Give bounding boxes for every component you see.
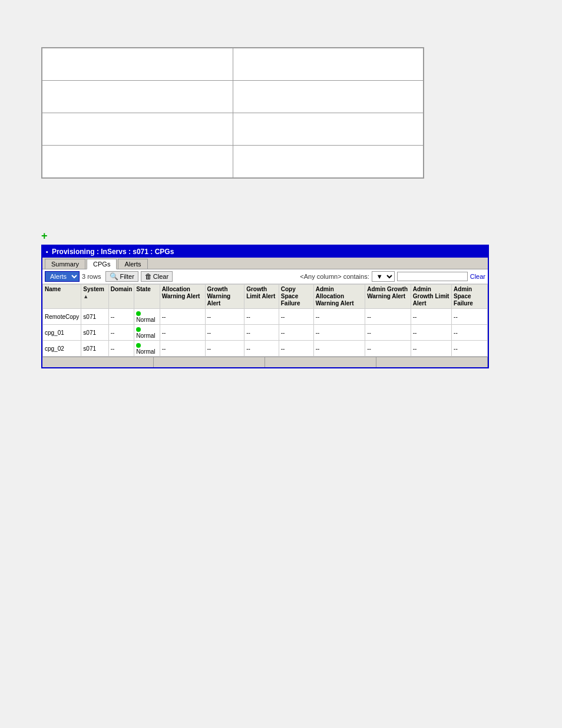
grid-cell-r1c0	[42, 81, 233, 113]
add-icon[interactable]: +	[41, 230, 48, 242]
grid-cell-r3c1	[233, 146, 424, 178]
tab-summary[interactable]: Summary	[45, 259, 85, 269]
clear-icon: 🗑	[145, 272, 152, 281]
grid-cell-r0c0	[42, 48, 233, 81]
col-header-growth-limit: Growth Limit Alert	[244, 285, 279, 309]
col-header-domain: Domain	[108, 285, 134, 309]
cpg-table: Name System ▲ Domain State Allocation Wa…	[42, 284, 488, 357]
col-header-admin-growth-limit: Admin Growth Limit Alert	[411, 285, 451, 309]
clear-label: Clear	[153, 273, 168, 280]
grid-cell-r1c1	[233, 81, 424, 113]
filter-type-dropdown[interactable]: ▼	[372, 271, 395, 282]
col-header-alloc-warn: Allocation Warning Alert	[160, 285, 205, 309]
row-count: 3 rows	[82, 273, 101, 280]
status-cell-1	[42, 357, 154, 367]
table-row[interactable]: cpg_01s071-- Normal----------------	[43, 325, 488, 341]
status-dot-icon	[136, 343, 141, 348]
grid-cell-r2c1	[233, 113, 424, 146]
filter-button[interactable]: 🔍 Filter	[105, 271, 138, 282]
filter-label: Filter	[120, 273, 134, 280]
clear-toolbar-button[interactable]: 🗑 Clear	[141, 271, 173, 282]
grid-cell-r3c0	[42, 146, 233, 178]
view-dropdown[interactable]: Alerts	[45, 271, 80, 282]
panel-icon: ▪	[46, 248, 48, 255]
col-header-growth-warn: Growth Warning Alert	[205, 285, 244, 309]
col-header-admin-growth: Admin Growth Warning Alert	[365, 285, 411, 309]
col-header-copy-space: Copy Space Failure	[279, 285, 313, 309]
table-row[interactable]: cpg_02s071-- Normal----------------	[43, 341, 488, 357]
grid-cell-r0c1	[233, 48, 424, 81]
col-header-name: Name	[43, 285, 81, 309]
panel-title: Provisioning : InServs : s071 : CPGs	[52, 248, 174, 256]
col-header-state: State	[134, 285, 160, 309]
grid-cell-r2c0	[42, 113, 233, 146]
top-grid	[41, 47, 424, 179]
filter-input[interactable]	[397, 272, 468, 281]
status-bar	[42, 357, 488, 367]
status-dot-icon	[136, 311, 141, 316]
col-header-system[interactable]: System ▲	[81, 285, 108, 309]
filter-icon: 🔍	[110, 272, 118, 281]
clear-filter-button[interactable]: Clear	[470, 273, 485, 280]
status-dot-icon	[136, 327, 141, 332]
table-row[interactable]: RemoteCopys071-- Normal----------------	[43, 309, 488, 325]
sort-arrow: ▲	[83, 294, 88, 299]
status-cell-4	[376, 357, 488, 367]
title-bar: ▪ Provisioning : InServs : s071 : CPGs	[42, 246, 488, 258]
tab-alerts[interactable]: Alerts	[118, 259, 147, 269]
tab-cpgs[interactable]: CPGs	[87, 259, 117, 269]
col-header-admin-alloc: Admin Allocation Warning Alert	[313, 285, 365, 309]
tab-bar: Summary CPGs Alerts	[42, 258, 488, 269]
col-header-admin-space: Admin Space Failure	[452, 285, 488, 309]
filter-description: <Any column> contains:	[300, 273, 369, 280]
status-cell-2	[154, 357, 265, 367]
status-cell-3	[265, 357, 376, 367]
main-panel: ▪ Provisioning : InServs : s071 : CPGs S…	[41, 245, 489, 368]
toolbar: Alerts 3 rows 🔍 Filter 🗑 Clear <Any colu…	[42, 269, 488, 284]
